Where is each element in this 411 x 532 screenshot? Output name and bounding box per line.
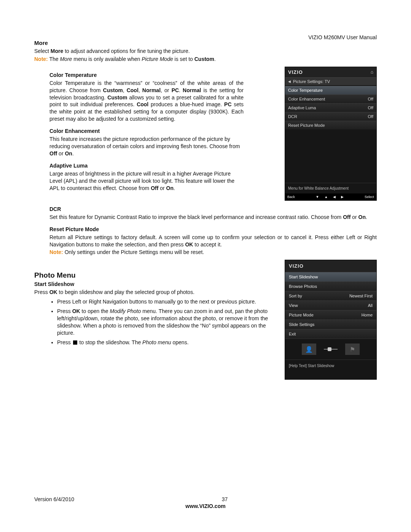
osd-row-color-enhancement[interactable]: Color EnhancementOff xyxy=(285,94,376,103)
text: or xyxy=(57,150,65,157)
nav-select-label: Select xyxy=(365,195,374,199)
text-bold: OK xyxy=(49,289,57,295)
text: . xyxy=(179,87,183,93)
osd-spacer xyxy=(285,129,376,183)
text: Only settings under the Picture Settings… xyxy=(63,249,204,255)
page-footer: Version 6/4/2010 37 . www.VIZIO.com xyxy=(34,496,377,509)
text: to begin slideshow and play the selected… xyxy=(57,289,194,295)
osd-picture-settings: VIZIO ⌂ ◀ Picture Settings: TV Color Tem… xyxy=(285,67,377,201)
text-bold: PC xyxy=(172,87,179,93)
start-slideshow-text: Press OK to begin slideshow and play the… xyxy=(34,289,277,296)
text-bold: More xyxy=(51,48,63,54)
text: or xyxy=(350,214,358,220)
heading-dcr: DCR xyxy=(49,206,377,212)
text: or xyxy=(158,185,166,191)
heading-start-slideshow: Start Slideshow xyxy=(34,281,277,287)
text-bold: Normal xyxy=(142,87,161,93)
thumb-slider-icon xyxy=(324,347,338,351)
up-arrow-icon: ▲ xyxy=(325,195,328,199)
osd-help-text: Menu for White Balance Adjustment xyxy=(285,183,376,193)
osd-row-view[interactable]: ViewAll xyxy=(285,300,376,310)
dcr-text: Set this feature for Dynamic Contrast Ra… xyxy=(49,214,377,221)
text: to stop the slideshow. The xyxy=(78,339,142,345)
row-label: Adaptive Luma xyxy=(288,105,316,110)
text-bold: Custom xyxy=(107,94,127,101)
footer-url: www.VIZIO.com xyxy=(34,503,377,509)
text-bold: Custom xyxy=(103,87,123,93)
footer-page-number: 37 xyxy=(222,496,228,502)
row-value: Newest First xyxy=(349,294,373,298)
more-note: Note: The More menu is only available wh… xyxy=(34,56,377,63)
text: , xyxy=(123,87,127,93)
osd-row-dcr[interactable]: DCROff xyxy=(285,112,376,121)
row-label: Picture Mode xyxy=(289,313,314,317)
heading-adaptive-luma: Adaptive Luma xyxy=(49,163,277,169)
text-bold: Off xyxy=(49,150,57,157)
row-value: Off xyxy=(368,105,373,110)
home-icon: ⌂ xyxy=(371,69,373,75)
text-italic: Photo menu xyxy=(142,339,171,345)
osd-row-color-temperature[interactable]: Color Temperature xyxy=(285,86,376,94)
osd-row-sort-by[interactable]: Sort byNewest First xyxy=(285,291,376,300)
text: . xyxy=(366,214,367,220)
stop-icon xyxy=(73,340,77,345)
breadcrumb-label: Picture Settings: TV xyxy=(293,79,330,84)
row-label: Start Slideshow xyxy=(289,275,318,279)
text: Press xyxy=(34,289,49,295)
down-arrow-icon: ▼ xyxy=(316,195,319,199)
text: Press xyxy=(57,339,72,345)
text: produces a blue-hued image. xyxy=(148,101,224,107)
osd-row-start-slideshow[interactable]: Start Slideshow xyxy=(285,272,376,281)
osd-thumbnails: 👤 ⚑ xyxy=(285,339,376,359)
osd-breadcrumb: ◀ Picture Settings: TV xyxy=(285,77,376,86)
row-value: Off xyxy=(368,114,373,119)
heading-more: More xyxy=(34,40,377,46)
text: . xyxy=(72,150,74,157)
osd-row-browse-photos[interactable]: Browse Photos xyxy=(285,281,376,291)
row-value: Off xyxy=(368,97,373,101)
text: . xyxy=(174,185,175,191)
reset-picture-mode-text: Return all Picture settings to factory d… xyxy=(49,234,377,248)
text: to accept it. xyxy=(193,241,221,248)
text-bold: On xyxy=(166,185,174,191)
row-value: Home xyxy=(362,313,373,317)
row-label: Reset Picture Mode xyxy=(288,123,325,128)
osd-row-exit[interactable]: Exit xyxy=(285,329,376,339)
left-arrow-icon: ◀ xyxy=(333,195,336,199)
osd-row-reset-picture-mode[interactable]: Reset Picture Mode xyxy=(285,121,376,129)
text: menu is only available when xyxy=(72,56,142,62)
adaptive-luma-text: Large areas of brightness in the picture… xyxy=(49,170,244,192)
text-bold: On xyxy=(358,214,366,220)
row-label: View xyxy=(289,303,298,308)
text: is set to xyxy=(173,56,194,62)
text: The xyxy=(48,56,60,62)
osd-logo: VIZIO xyxy=(288,69,303,75)
row-label: Exit xyxy=(289,332,296,336)
color-enhancement-text: This feature increases the picture repro… xyxy=(49,136,244,157)
note-label: Note: xyxy=(49,249,63,255)
heading-reset-picture-mode: Reset Picture Mode xyxy=(49,226,377,232)
thumb-person-icon: 👤 xyxy=(302,343,316,355)
text: to adjust advanced options for fine tuni… xyxy=(63,48,190,54)
text-bold: OK xyxy=(185,241,193,248)
text: This feature increases the picture repro… xyxy=(49,136,240,149)
bullet-stop: Press to stop the slideshow. The Photo m… xyxy=(57,339,277,346)
osd-row-slide-settings[interactable]: Slide Settings xyxy=(285,320,376,329)
text-bold: Off xyxy=(343,214,350,220)
text: Select xyxy=(34,48,51,54)
nav-back-label: Back xyxy=(287,195,295,199)
osd-help-text: [Help Text] Start Slideshow xyxy=(285,359,376,379)
text-italic: Picture Mode xyxy=(142,56,173,62)
row-label: Slide Settings xyxy=(289,322,314,327)
more-line1: Select More to adjust advanced options f… xyxy=(34,48,377,55)
doc-header: VIZIO M260MV User Manual xyxy=(308,34,377,40)
right-arrow-icon: ▶ xyxy=(341,195,344,199)
heading-photo-menu: Photo Menu xyxy=(34,271,277,280)
row-label: Color Temperature xyxy=(288,88,323,93)
osd-row-adaptive-luma[interactable]: Adaptive LumaOff xyxy=(285,103,376,112)
text: Large areas of brightness in the picture… xyxy=(49,171,234,191)
osd-row-picture-mode[interactable]: Picture ModeHome xyxy=(285,310,376,320)
footer-version: Version 6/4/2010 xyxy=(34,496,74,502)
bullet-nav: Press Left or Right Navigation buttons t… xyxy=(57,298,277,305)
text-bold: OK xyxy=(72,308,80,314)
